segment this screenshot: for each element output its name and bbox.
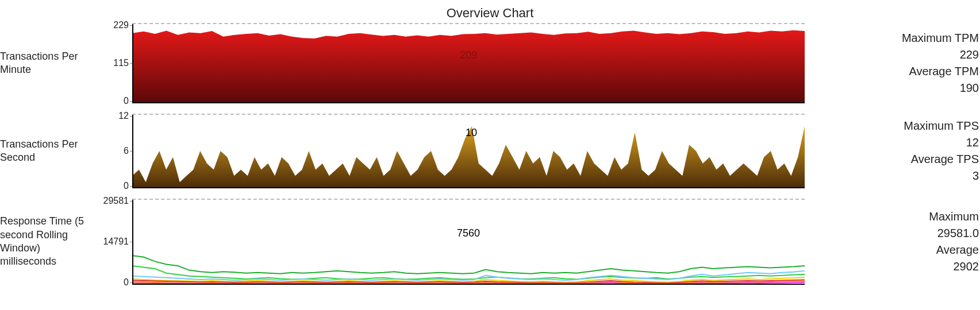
rt-tick-max: 29581 bbox=[103, 196, 129, 206]
tps-stats: Maximum TPS 12 Average TPS 3 bbox=[805, 114, 980, 188]
rt-plot: 7560 bbox=[132, 199, 805, 285]
rt-avg-label: Average bbox=[810, 242, 979, 258]
rt-tick-mid: 14791 bbox=[103, 237, 129, 247]
tps-plot: 10 bbox=[132, 114, 805, 188]
tpm-max-label: Maximum TPM bbox=[810, 30, 979, 46]
tpm-ylabel: Transactions Per Minute bbox=[0, 23, 98, 103]
chart-title: Overview Chart bbox=[0, 0, 980, 23]
tpm-avg-value: 190 bbox=[810, 80, 979, 96]
tps-ylabel: Transactions Per Second bbox=[0, 114, 98, 188]
rt-avg-value: 2902 bbox=[810, 258, 979, 275]
tpm-tick-max: 229 bbox=[113, 20, 129, 30]
tps-tick-max: 12 bbox=[118, 111, 129, 121]
tpm-stats: Maximum TPM 229 Average TPM 190 bbox=[805, 23, 980, 103]
rt-ylabel: Response Time (5 second Rolling Window) … bbox=[0, 199, 98, 285]
tps-tick-mid: 6 bbox=[124, 146, 129, 156]
tpm-max-value: 229 bbox=[810, 46, 979, 63]
tps-max-value: 12 bbox=[810, 134, 979, 151]
tps-avg-label: Average TPS bbox=[810, 151, 979, 168]
tps-avg-value: 3 bbox=[810, 168, 979, 184]
tpm-tick-min: 0 bbox=[124, 96, 129, 106]
rt-yaxis: 29581 14791 0 bbox=[98, 199, 132, 285]
rt-stats: Maximum 29581.0 Average 2902 bbox=[805, 199, 980, 285]
tpm-avg-label: Average TPM bbox=[810, 63, 979, 80]
rt-tick-min: 0 bbox=[124, 277, 129, 288]
rt-max-value: 29581.0 bbox=[810, 225, 979, 242]
rt-max-label: Maximum bbox=[810, 208, 979, 225]
tpm-tick-mid: 115 bbox=[113, 58, 129, 68]
tps-max-label: Maximum TPS bbox=[810, 118, 979, 134]
tps-tick-min: 0 bbox=[124, 181, 129, 191]
tps-yaxis: 12 6 0 bbox=[98, 114, 132, 188]
tpm-yaxis: 229 115 0 bbox=[98, 23, 132, 103]
tpm-plot: 209 bbox=[132, 23, 805, 103]
